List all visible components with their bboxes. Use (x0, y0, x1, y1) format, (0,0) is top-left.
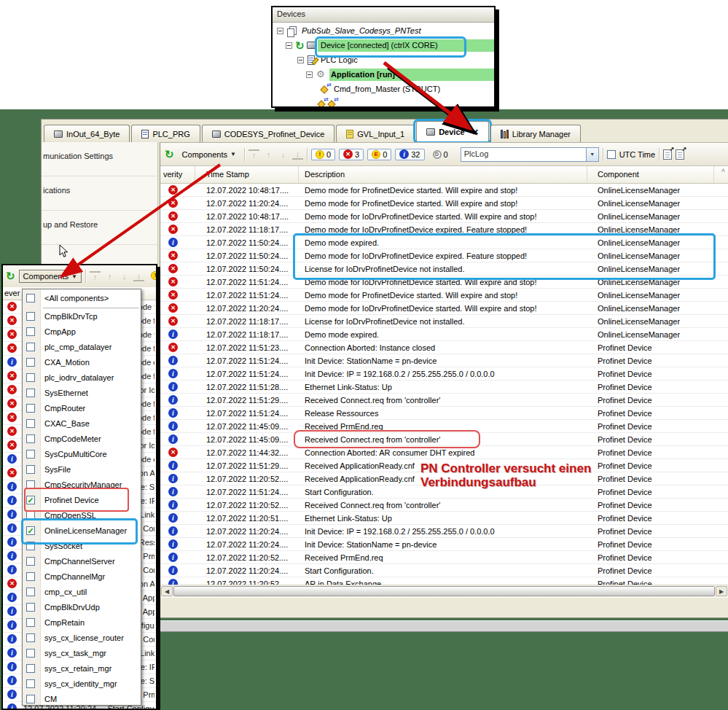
export-log-icon[interactable]: ↗ (663, 149, 672, 160)
dropdown-item-cmpopenssl[interactable]: CmpOpenSSL (23, 508, 141, 523)
jump-first-icon[interactable]: ↑ (248, 149, 259, 160)
component-checkbox[interactable] (26, 404, 35, 413)
tree-item-partial[interactable] (273, 97, 494, 108)
log-row[interactable]: i 12.07.2022 11:20:24.... Init Device: I… (160, 525, 728, 538)
dropdown-item-cmp-cx-util[interactable]: cmp_cx_util (23, 585, 141, 600)
log-row[interactable]: i 12.07.2022 11:51:24.... Init Device: S… (160, 354, 728, 367)
dropdown-item-sysfile[interactable]: SysFile (23, 462, 141, 477)
components-filter-button[interactable]: Components ▼ (19, 270, 82, 283)
close-icon[interactable]: ✕ (472, 128, 479, 137)
dropdown-item-cmpchannelserver[interactable]: CmpChannelServer (23, 554, 141, 569)
arrow-up-icon[interactable]: ↑ (263, 150, 274, 159)
components-filter-button[interactable]: Components ▼ (178, 148, 240, 161)
horizontal-scrollbar[interactable]: ◀ ▶ (160, 585, 728, 597)
dropdown-item-sys-cx-task-mgr[interactable]: sys_cx_task_mgr (23, 646, 141, 661)
jump-first-icon[interactable]: ↑ (90, 271, 101, 281)
log-row[interactable]: i 12.07.2022 11:50:24.... Demo mode expi… (160, 236, 728, 249)
dropdown-item-cmpchannelmgr[interactable]: CmpChannelMgr (23, 569, 141, 585)
dropdown-item-cmpblkdrvudp[interactable]: CmpBlkDrvUdp (23, 600, 141, 615)
dropdown-item-onlinelicensemanager[interactable]: ✓ OnlineLicenseManager (23, 523, 141, 539)
log-row[interactable]: i 12.07.2022 11:20:52.... Received Conne… (160, 499, 728, 512)
component-checkbox[interactable] (26, 572, 35, 581)
component-checkbox[interactable] (26, 358, 35, 367)
dropdown-item-cxac-base[interactable]: CXAC_Base (23, 416, 141, 432)
column-header-severity[interactable]: ever (4, 289, 20, 297)
dropdown-item-cmpapp[interactable]: CmpApp (23, 324, 141, 340)
log-row[interactable]: i 12.07.2022 11:51:24.... Init Device: I… (160, 367, 728, 381)
chevron-down-icon[interactable]: ▼ (586, 148, 598, 161)
log-row[interactable]: i 12.07.2022 11:18:17.... Demo mode expi… (160, 328, 728, 341)
log-row[interactable]: i 12.07.2022 11:20:51.... Ethernet Link-… (160, 512, 728, 525)
sidebar-item-applications[interactable]: ications (42, 176, 157, 211)
component-checkbox[interactable] (26, 557, 35, 566)
dropdown-item-cmpsecuritymanager[interactable]: CmpSecurityManager (23, 477, 141, 493)
dropdown-item-syssocket[interactable]: SysSocket (23, 539, 141, 554)
log-row[interactable]: ✕ 12.07.2022 11:51:24.... Demo mode for … (160, 289, 728, 302)
dropdown-item-cxa-motion[interactable]: CXA_Motion (23, 355, 141, 370)
log-row[interactable]: ✕ 12.07.2022 11:20:24.... Demo mode for … (160, 302, 728, 315)
dropdown-item-cmpblkdrvtcp[interactable]: CmpBlkDrvTcp (23, 309, 141, 324)
log-row[interactable]: ✕ 12.07.2022 11:50:24.... License for Io… (160, 262, 728, 276)
log-row[interactable]: i 12.07.2022 11:51:29.... Received Conne… (160, 394, 728, 407)
log-row[interactable]: ✕ 12.07.2022 11:18:17.... License for Io… (160, 315, 728, 328)
collapse-icon[interactable] (286, 42, 292, 49)
dropdown-item-sys-cx-license-router[interactable]: sys_cx_license_router (23, 631, 141, 646)
collapse-icon[interactable] (297, 57, 304, 63)
dropdown-item-sysethernet[interactable]: SysEthernet (23, 386, 141, 401)
component-checkbox[interactable] (26, 480, 35, 489)
component-checkbox[interactable] (26, 542, 35, 550)
log-row[interactable]: i 12.07.2022 11:51:28.... Ethernet Link-… (160, 381, 728, 394)
log-row[interactable]: ✕ 12.07.2022 11:51:23.... Connection Abo… (160, 341, 728, 354)
dropdown-item-profinet-device[interactable]: ✓ Profinet Device (23, 493, 141, 508)
tree-item-application[interactable]: ⚙ Application [run] (273, 68, 494, 82)
scrollbar-thumb[interactable] (173, 586, 715, 596)
component-checkbox[interactable]: ✓ (26, 496, 35, 504)
tab-library-manager[interactable]: Library Manager (490, 125, 581, 142)
log-row[interactable]: i 12.07.2022 11:20:24.... Start Configur… (160, 564, 728, 577)
sidebar-item-backup-and-restore[interactable]: up and Restore (42, 211, 157, 245)
log-row[interactable]: ✕ 12.07.2022 11:20:24.... Demo mode for … (160, 197, 728, 210)
component-checkbox[interactable] (26, 664, 35, 673)
dropdown-item-cmpretain[interactable]: CmpRetain (23, 615, 141, 631)
tree-item-cmd-from-master[interactable]: Cmd_from_Master (STRUCT) (273, 82, 494, 97)
refresh-icon[interactable]: ↻ (165, 149, 174, 160)
log-row[interactable]: ✕ 12.07.2022 11:44:32.... Connection Abo… (160, 446, 728, 459)
dropdown-item--all-components-[interactable]: <All components> (23, 291, 141, 306)
component-checkbox[interactable] (26, 327, 35, 336)
component-checkbox[interactable] (26, 695, 35, 703)
dropdown-item-syscpumulticore[interactable]: SysCpuMultiCore (23, 447, 141, 462)
log-row[interactable]: i 12.07.2022 11:20:52.... Received PrmEn… (160, 551, 728, 564)
log-row[interactable]: ✕ 12.07.2022 11:18:17.... Demo mode for … (160, 223, 728, 236)
component-checkbox[interactable] (26, 373, 35, 382)
tab-codesys-profinet-device[interactable]: CODESYS_Profinet_Device (202, 125, 335, 142)
component-checkbox[interactable] (26, 633, 35, 642)
log-row[interactable]: ✕ 12.07.2022 10:48:17.... Demo mode for … (160, 184, 728, 197)
component-checkbox[interactable] (26, 603, 35, 612)
component-checkbox[interactable] (26, 389, 35, 397)
log-row[interactable]: i 12.07.2022 11:45:09.... Received PrmEn… (160, 420, 728, 433)
scroll-left-icon[interactable]: ◀ (161, 586, 173, 596)
log-row[interactable]: i 12.07.2022 11:20:24.... Init Device: S… (160, 538, 728, 551)
error-count-badge[interactable]: ✕ 3 (339, 149, 364, 160)
tab-plc-prg[interactable]: PLC_PRG (131, 125, 200, 142)
jump-last-icon[interactable]: ↓ (133, 271, 144, 281)
logger-select[interactable]: PlcLog ▼ (461, 147, 599, 162)
component-checkbox[interactable] (26, 434, 35, 443)
save-log-icon[interactable]: ↗ (676, 149, 684, 160)
tab-device[interactable]: Device ✕ (416, 121, 489, 142)
arrow-up-icon[interactable]: ↑ (104, 272, 115, 281)
arrow-down-icon[interactable]: ↓ (278, 150, 289, 159)
info-count-badge[interactable]: i 32 (395, 149, 424, 160)
exception-count-badge[interactable]: E 0 (367, 149, 391, 160)
log-row[interactable]: i 12.07.2022 11:45:09.... Received Conne… (160, 433, 728, 446)
refresh-icon[interactable]: ↻ (6, 271, 15, 281)
component-checkbox[interactable] (26, 465, 35, 474)
arrow-down-icon[interactable]: ↓ (119, 272, 130, 281)
dropdown-item-cmpcodemeter[interactable]: CmpCodeMeter (23, 432, 141, 447)
component-checkbox[interactable] (26, 294, 35, 303)
component-checkbox[interactable] (26, 312, 35, 321)
warning-count-badge[interactable]: ! 0 (311, 149, 335, 160)
collapse-icon[interactable] (306, 71, 313, 78)
column-header-severity[interactable]: verity (160, 166, 195, 183)
dropdown-item-cmprouter[interactable]: CmpRouter (23, 401, 141, 416)
